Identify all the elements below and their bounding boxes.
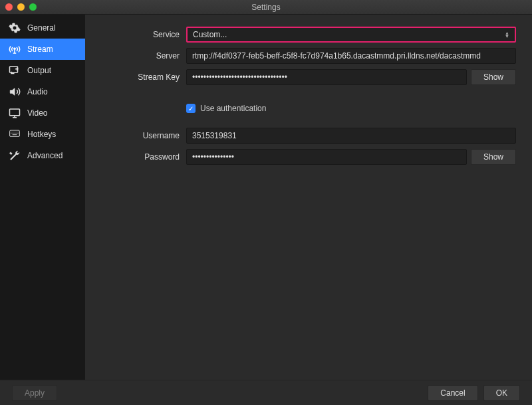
sidebar-item-advanced[interactable]: Advanced (0, 145, 85, 166)
svg-point-0 (14, 48, 16, 50)
sidebar-item-video[interactable]: Video (0, 102, 85, 124)
monitor-icon (8, 107, 21, 119)
label-service: Service (85, 30, 186, 39)
sidebar: General Stream Output Audio Video (0, 15, 85, 380)
sidebar-item-general[interactable]: General (0, 17, 85, 39)
svg-rect-2 (10, 109, 20, 116)
row-auth[interactable]: ✓ Use authentication (186, 104, 516, 113)
sidebar-item-output[interactable]: Output (0, 60, 85, 81)
sidebar-item-stream[interactable]: Stream (0, 39, 85, 60)
auth-label: Use authentication (200, 104, 266, 113)
label-server: Server (85, 51, 186, 61)
sidebar-item-hotkeys[interactable]: Hotkeys (0, 124, 85, 145)
minimize-icon[interactable] (17, 3, 25, 11)
row-service: Service Custom... ▲▼ (85, 27, 516, 43)
window-controls (0, 3, 37, 11)
sidebar-item-label: General (27, 23, 56, 33)
row-server: Server (85, 48, 516, 64)
titlebar: Settings (0, 0, 532, 15)
check-icon: ✓ (188, 105, 194, 112)
row-streamkey: Stream Key Show (85, 69, 516, 85)
sidebar-item-label: Video (27, 108, 47, 118)
sidebar-item-label: Hotkeys (27, 130, 56, 139)
show-password-button[interactable]: Show (471, 149, 516, 165)
service-value: Custom... (193, 30, 227, 39)
updown-icon: ▲▼ (505, 31, 509, 38)
cancel-button[interactable]: Cancel (428, 385, 477, 401)
svg-rect-1 (10, 67, 18, 72)
password-input[interactable] (186, 149, 467, 165)
window-title: Settings (251, 3, 280, 12)
sidebar-item-label: Advanced (27, 151, 63, 160)
service-select[interactable]: Custom... ▲▼ (186, 27, 516, 43)
username-input[interactable] (186, 128, 516, 144)
sidebar-item-label: Audio (27, 87, 48, 96)
ok-button[interactable]: OK (483, 385, 520, 401)
close-icon[interactable] (5, 3, 13, 11)
keyboard-icon (8, 128, 21, 140)
server-input[interactable] (186, 48, 516, 64)
content: Service Custom... ▲▼ Server Stream Key S… (85, 15, 532, 380)
auth-checkbox[interactable]: ✓ (186, 104, 196, 113)
monitor-arrow-icon (8, 65, 21, 76)
gear-icon (8, 22, 21, 34)
apply-button[interactable]: Apply (12, 385, 57, 401)
row-password: Password Show (85, 149, 516, 165)
speaker-icon (8, 86, 21, 98)
streamkey-input[interactable] (186, 69, 467, 85)
maximize-icon[interactable] (29, 3, 37, 11)
sidebar-item-label: Output (27, 66, 51, 75)
sidebar-item-label: Stream (27, 45, 53, 54)
tools-icon (8, 150, 21, 162)
sidebar-item-audio[interactable]: Audio (0, 81, 85, 102)
main: General Stream Output Audio Video (0, 15, 532, 380)
label-username: Username (85, 131, 186, 140)
broadcast-icon (8, 43, 21, 55)
label-password: Password (85, 152, 186, 162)
row-username: Username (85, 128, 516, 144)
footer: Apply Cancel OK (0, 380, 532, 405)
show-streamkey-button[interactable]: Show (471, 69, 516, 85)
label-streamkey: Stream Key (85, 72, 186, 82)
